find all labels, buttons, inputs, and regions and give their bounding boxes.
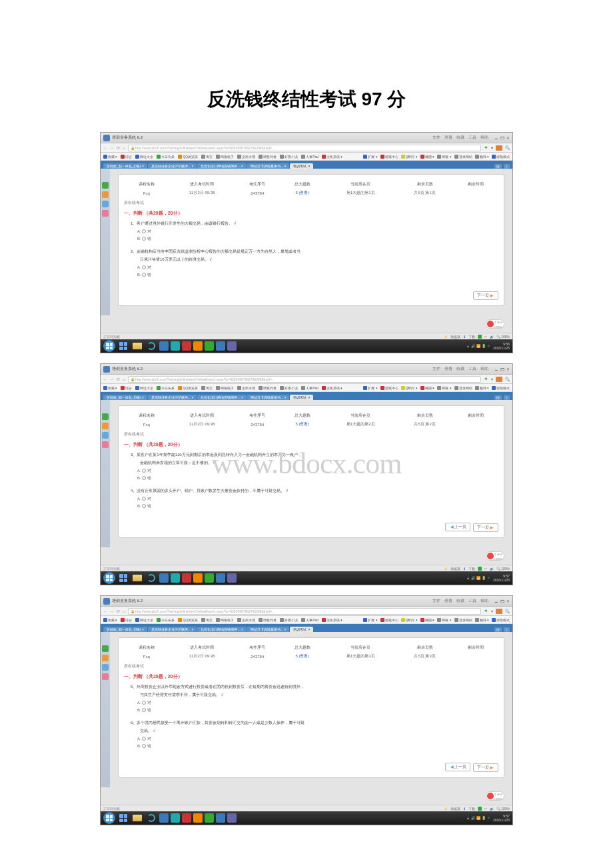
answer-option[interactable]: B. 错 [137,272,498,278]
breadcrumb[interactable]: 所有练考试 [124,200,498,206]
taskbar-folder[interactable] [131,341,143,351]
bookmark-item[interactable]: 收藏 ▾ [103,618,117,622]
browser-tab[interactable]: 网址打卡训练案例书... × [247,395,289,400]
bookmark-item[interactable]: Q即问 ▾ [401,155,418,159]
bookmark-item[interactable]: Q即问 ▾ [401,386,418,390]
taskbar-app[interactable] [227,813,237,823]
menubar-item[interactable]: 工具 [468,135,476,141]
bookmark-item[interactable]: 调查问卷 [259,386,277,390]
bookmark-item[interactable]: 调查问卷 [259,618,277,622]
sidebar-widget[interactable] [102,423,109,429]
bookmark-item[interactable]: QQ浏览器 [178,155,198,159]
sidebar-widget[interactable] [102,191,109,198]
tab-control[interactable]: ⟳ [494,395,502,400]
bookmark-item[interactable]: 淘宝 [201,386,213,390]
start-button[interactable] [103,572,115,584]
forward-button[interactable]: → [110,609,114,613]
menubar-item[interactable]: 工具 [468,598,476,604]
browser-tab[interactable]: 区财政_职一体化_(0条) × [103,395,147,400]
accelerator-icon[interactable]: ⚡ [444,567,448,571]
zoom-level[interactable]: 🔍 100% [496,567,510,571]
browser-tab[interactable]: 允优化综口网地洗钱测评... × [197,163,246,169]
breadcrumb[interactable]: 所有练考试 [124,431,498,437]
bookmark-item[interactable]: 好看小说 [280,155,298,159]
bookmark-item[interactable]: 游戏中心 [380,386,398,390]
sidebar-widget[interactable] [102,432,109,439]
window-controls[interactable]: 🗕🗖✕ [492,599,510,603]
bookmark-item[interactable]: QQ浏览器 [178,618,198,622]
browser-tab[interactable]: 网址打卡训练案例书... × [247,627,289,632]
bookmark-item[interactable]: 网银 ▾ [437,386,451,390]
radio-icon[interactable] [142,273,146,277]
menubar-item[interactable]: 帮助 [480,366,488,372]
bookmark-item[interactable]: 淘宝 [201,618,213,622]
home-button[interactable]: ⌂ [123,377,125,381]
taskbar-app[interactable] [117,573,129,583]
bookmark-item[interactable]: 网银电子 [216,618,234,622]
bookmark-item[interactable]: 业务系统 ▾ [322,155,342,159]
tab-control[interactable]: ↓ [504,164,510,169]
tab-control[interactable]: ⟳ [494,164,502,169]
taskbar-app[interactable] [193,573,203,583]
taskbar-app[interactable] [117,813,129,823]
menubar-item[interactable]: 文件 [432,366,440,372]
taskbar-app[interactable] [227,573,237,583]
bookmark-item[interactable]: 登录网站 [454,155,472,159]
browser-tab[interactable]: 反洗钱业务企业沪沪陕供... × [148,395,197,400]
clock[interactable]: 9:572016/11/25 [493,814,510,822]
back-button[interactable]: ← [103,146,107,150]
search-icon[interactable]: 🔍 [505,377,510,381]
tab-control[interactable]: ↓ [504,627,510,632]
answer-option[interactable]: A. 对 [137,700,498,706]
browser-tab[interactable]: 允优化综口网地洗钱测评... × [197,627,246,632]
answer-option[interactable]: A. 对 [137,229,498,235]
tool-icon[interactable]: ✂ [484,807,487,811]
bookmark-item[interactable]: 扩展 ▾ [363,618,377,622]
bookmark-item[interactable]: 游戏模式 [492,618,510,622]
taskbar-ie[interactable] [145,573,157,583]
taskbar-app[interactable] [159,813,169,823]
accelerator-icon[interactable]: ⚡ [444,807,448,811]
bookmark-star-icon[interactable]: ✦ [484,145,488,151]
taskbar-app[interactable] [216,573,225,583]
bookmark-item[interactable]: 今日头条 [157,155,175,159]
answer-option[interactable]: A. 对 [137,496,498,502]
menubar-item[interactable]: 帮助 [480,135,488,141]
menu-button[interactable] [496,609,502,614]
reload-button[interactable]: ⟳ [117,145,120,150]
bookmark-item[interactable]: 登录网站 [454,386,472,390]
bookmark-item[interactable]: 登录网站 [454,618,472,622]
bookmark-item[interactable]: 今日头条 [157,618,175,622]
bookmark-item[interactable]: 网银 ▾ [437,155,451,159]
bookmark-item[interactable]: 网银 ▾ [437,618,451,622]
forward-button[interactable]: → [110,146,114,150]
bookmark-item[interactable]: 扩展 ▾ [363,386,377,390]
browser-tab[interactable]: 区财政_职一体化_(0条) × [103,627,147,632]
bookmark-item[interactable]: 网址大全 [135,618,153,622]
bookmark-item[interactable]: 截图 ▾ [420,618,434,622]
bookmark-item[interactable]: 今日头条 [157,386,175,390]
tab-control[interactable]: ↓ [504,395,510,400]
bookmark-item[interactable]: 综合 [121,386,132,390]
radio-icon[interactable] [142,744,146,748]
taskbar-folder[interactable] [131,573,143,583]
bookmark-item[interactable]: QQ浏览器 [178,386,198,390]
answer-option[interactable]: B. 错 [137,743,498,749]
browser-tab[interactable]: 反洗钱业务企业沪沪陕供... × [148,163,197,169]
taskbar-folder[interactable] [131,813,143,823]
radio-icon[interactable] [142,476,146,480]
zoom-level[interactable]: 🔍 100% [496,335,510,339]
radio-icon[interactable] [142,237,146,241]
menu-button[interactable] [496,377,502,382]
bookmark-star-icon[interactable]: ✦ [484,608,488,614]
bookmark-item[interactable]: Q即问 ▾ [401,618,418,622]
bookmark-item[interactable]: 人事Pad [301,386,318,390]
bookmark-item[interactable]: 网银电子 [216,386,234,390]
bookmark-item[interactable]: 金库办理 [237,618,255,622]
bookmark-item[interactable]: 翻译 ▾ [475,618,489,622]
taskbar-app[interactable] [205,573,214,583]
browser-tab[interactable]: 培训考试× [290,395,313,400]
sidebar-widget[interactable] [102,664,109,671]
back-button[interactable]: ← [103,609,107,613]
answer-option[interactable]: B. 错 [137,503,498,509]
